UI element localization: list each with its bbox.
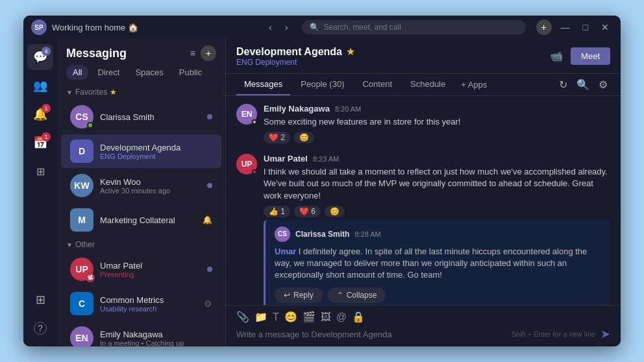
meet-button[interactable]: Meet bbox=[571, 47, 610, 65]
compose-hint: Shift + Enter for a new line bbox=[512, 330, 595, 338]
reaction-item[interactable]: 👍 1 bbox=[264, 206, 290, 217]
more-icon[interactable]: 🔒 bbox=[352, 311, 365, 323]
avatar: KW bbox=[70, 174, 93, 197]
unread-dot bbox=[207, 114, 212, 119]
reply-author: Clarissa Smith bbox=[295, 230, 349, 239]
chat-name: Development Agenda bbox=[100, 143, 212, 152]
chevron-down-icon: ▼ bbox=[66, 241, 73, 248]
tab-all[interactable]: All bbox=[66, 65, 88, 80]
chat-name: Emily Nakagawa bbox=[100, 330, 212, 339]
gif-icon[interactable]: 🎬 bbox=[303, 311, 316, 323]
forward-button[interactable]: › bbox=[281, 21, 292, 34]
window-title: Working from home 🏠 bbox=[52, 23, 260, 32]
sidebar-item-chat[interactable]: 💬 4 bbox=[27, 44, 53, 70]
activity-badge: 1 bbox=[42, 104, 51, 113]
reply-block: CS Clarissa Smith 8:28 AM Umar I definit… bbox=[264, 220, 610, 305]
calendar-badge: 1 bbox=[42, 132, 51, 141]
message-group: EN Emily Nakagawa 8:20 AM Some exciting … bbox=[236, 104, 610, 143]
tab-schedule[interactable]: Schedule bbox=[402, 74, 453, 95]
chat-info: Kevin Woo Active 30 minutes ago bbox=[100, 177, 201, 195]
chat-info: Clarissa Smith bbox=[100, 112, 201, 122]
title-bar: SP Working from home 🏠 ‹ › 🔍 + — □ ✕ bbox=[23, 16, 621, 39]
chat-header-right: 📹 Meet bbox=[547, 47, 610, 65]
sidebar-title: Messaging bbox=[66, 47, 127, 60]
compose-area: 📎 📁 T 😊 🎬 🖼 @ 🔒 Shift + Enter for a new … bbox=[226, 305, 621, 346]
search-input[interactable] bbox=[323, 23, 427, 32]
emoji-icon[interactable]: 😊 bbox=[284, 311, 297, 323]
sidebar-item-help[interactable]: ? bbox=[27, 315, 53, 341]
message-time: 8:20 AM bbox=[335, 105, 361, 113]
list-item[interactable]: EN Emily Nakagawa In a meeting • Catchin… bbox=[61, 321, 221, 346]
sidebar-item-apps[interactable]: ⊞ bbox=[27, 287, 53, 313]
message-body: Umar Patel 8:23 AM I think we should all… bbox=[264, 154, 610, 305]
tab-content[interactable]: Content bbox=[354, 74, 400, 95]
avatar: C bbox=[70, 292, 93, 315]
sidebar: Messaging ≡ + All Direct Spaces Public ▼… bbox=[57, 39, 226, 346]
add-button[interactable]: + bbox=[536, 19, 552, 35]
chat-info: Common Metrics Usability research bbox=[100, 295, 197, 313]
attach-icon[interactable]: 📎 bbox=[236, 311, 249, 323]
star-icon: ★ bbox=[346, 45, 355, 58]
new-chat-button[interactable]: + bbox=[201, 45, 216, 61]
folder-icon[interactable]: 📁 bbox=[254, 311, 267, 323]
chat-subtitle: ENG Deployment bbox=[236, 58, 355, 67]
tab-spaces[interactable]: Spaces bbox=[129, 65, 169, 80]
list-item[interactable]: C Common Metrics Usability research ⚙ bbox=[61, 287, 221, 320]
favorites-section[interactable]: ▼ Favorites ★ bbox=[57, 85, 225, 99]
reaction-item[interactable]: 😊 bbox=[325, 206, 345, 217]
chat-subtitle: In a meeting • Catching up bbox=[100, 339, 212, 347]
tab-public[interactable]: Public bbox=[173, 65, 208, 80]
list-item[interactable]: D Development Agenda ENG Deployment bbox=[61, 134, 221, 168]
sidebar-item-contacts[interactable]: 👥 bbox=[27, 73, 53, 99]
avatar: D bbox=[70, 139, 93, 163]
sticker-icon[interactable]: 🖼 bbox=[321, 311, 331, 323]
star-icon: ★ bbox=[110, 88, 117, 97]
close-button[interactable]: ✕ bbox=[597, 21, 613, 34]
reaction-item[interactable]: 😊 bbox=[294, 132, 314, 143]
mention-icon[interactable]: @ bbox=[336, 311, 347, 323]
settings-icon[interactable]: ⚙ bbox=[596, 76, 610, 93]
sidebar-item-activity[interactable]: 🔔 1 bbox=[27, 101, 53, 127]
chevron-down-icon: ▼ bbox=[66, 89, 73, 96]
list-item[interactable]: CS Clarissa Smith bbox=[61, 100, 221, 134]
compose-input[interactable] bbox=[236, 330, 506, 339]
message-author: Umar Patel bbox=[264, 154, 308, 163]
list-item[interactable]: KW Kevin Woo Active 30 minutes ago bbox=[61, 169, 221, 202]
status-dot bbox=[252, 169, 257, 175]
search-messages-icon[interactable]: 🔍 bbox=[574, 76, 592, 93]
reaction-item[interactable]: ❤️ 6 bbox=[294, 206, 321, 217]
message-reactions: 👍 1 ❤️ 6 😊 bbox=[264, 206, 610, 217]
reaction-item[interactable]: ❤️ 2 bbox=[264, 132, 290, 143]
tab-direct[interactable]: Direct bbox=[91, 65, 126, 80]
list-item[interactable]: UP 📽 Umar Patel Presenting bbox=[61, 252, 221, 286]
list-item[interactable]: M Marketing Collateral 🔔 bbox=[61, 203, 221, 237]
sidebar-tabs: All Direct Spaces Public bbox=[57, 65, 225, 85]
avatar: M bbox=[70, 208, 93, 232]
compose-toolbar: 📎 📁 T 😊 🎬 🖼 @ 🔒 bbox=[236, 311, 610, 323]
format-icon[interactable]: T bbox=[273, 311, 279, 323]
send-button[interactable]: ➤ bbox=[601, 327, 610, 341]
tab-right-actions: ↻ 🔍 ⚙ bbox=[556, 76, 610, 93]
other-section[interactable]: ▼ Other bbox=[57, 237, 225, 252]
add-apps-button[interactable]: + Apps bbox=[458, 75, 489, 95]
chat-info: Development Agenda ENG Deployment bbox=[100, 143, 212, 160]
video-icon[interactable]: 📹 bbox=[547, 47, 565, 65]
maximize-button[interactable]: □ bbox=[579, 21, 592, 34]
tab-messages[interactable]: Messages bbox=[236, 74, 290, 95]
collapse-button[interactable]: ⌃ Collapse bbox=[328, 287, 386, 303]
message-reactions: ❤️ 2 😊 bbox=[264, 132, 610, 143]
reply-avatar: CS bbox=[275, 226, 290, 242]
other-label: Other bbox=[75, 240, 95, 249]
reply-button[interactable]: ↩ Reply bbox=[275, 287, 323, 303]
tab-people[interactable]: People (30) bbox=[293, 74, 352, 95]
refresh-icon[interactable]: ↻ bbox=[556, 76, 570, 93]
filter-icon[interactable]: ≡ bbox=[190, 48, 195, 58]
sidebar-item-network[interactable]: ⊞ bbox=[27, 158, 53, 184]
minimize-button[interactable]: — bbox=[557, 21, 574, 34]
presenting-badge: 📽 bbox=[86, 273, 95, 282]
sidebar-item-calendar[interactable]: 📅 1 bbox=[27, 130, 53, 156]
back-button[interactable]: ‹ bbox=[265, 21, 276, 34]
reply-time: 8:28 AM bbox=[354, 230, 380, 238]
search-bar[interactable]: 🔍 bbox=[302, 20, 525, 34]
chat-header-info: Development Agenda ★ ENG Deployment bbox=[236, 45, 355, 67]
